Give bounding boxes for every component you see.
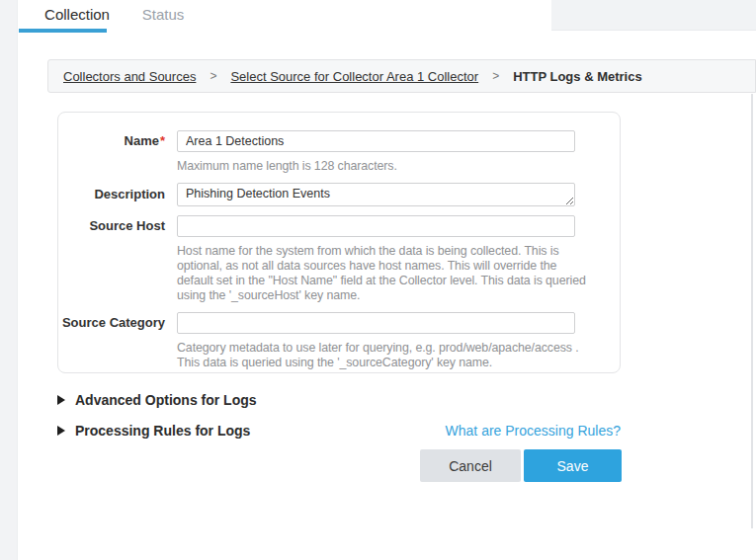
page-left-gutter	[0, 0, 18, 560]
breadcrumb-collectors-and-sources[interactable]: Collectors and Sources	[63, 69, 196, 84]
what-are-processing-rules-link[interactable]: What are Processing Rules?	[446, 423, 621, 439]
chevron-right-icon	[57, 395, 65, 405]
breadcrumb-separator: >	[210, 69, 216, 83]
name-label: Name*	[58, 133, 165, 148]
source-category-input[interactable]	[177, 312, 575, 334]
name-input[interactable]	[177, 130, 575, 152]
name-help-text: Maximum name length is 128 characters.	[177, 159, 596, 174]
breadcrumb-current-page: HTTP Logs & Metrics	[513, 69, 642, 84]
page: Collection Status Collectors and Sources…	[0, 0, 756, 560]
page-background-topright	[551, 0, 756, 31]
description-label: Description	[58, 187, 165, 201]
source-host-input[interactable]	[177, 215, 575, 237]
breadcrumb: Collectors and Sources > Select Source f…	[47, 59, 756, 93]
processing-rules-label: Processing Rules for Logs	[75, 423, 250, 439]
tab-collection[interactable]: Collection	[33, 6, 122, 23]
breadcrumb-separator: >	[492, 69, 499, 83]
cancel-button[interactable]: Cancel	[420, 449, 521, 482]
source-category-help-text: Category metadata to use later for query…	[177, 341, 596, 370]
active-tab-underline	[19, 29, 107, 33]
tab-status[interactable]: Status	[128, 6, 198, 23]
advanced-options-label: Advanced Options for Logs	[75, 392, 257, 408]
description-textarea[interactable]: Phishing Detection Events	[177, 183, 575, 206]
required-asterisk: *	[160, 133, 165, 148]
name-label-text: Name	[125, 133, 159, 148]
breadcrumb-select-source[interactable]: Select Source for Collector Area 1 Colle…	[230, 69, 478, 84]
source-category-label: Source Category	[58, 315, 165, 330]
processing-rules-section-toggle[interactable]: Processing Rules for Logs	[57, 423, 250, 439]
source-host-help-text: Host name for the system from which the …	[177, 244, 596, 303]
scrollbar-track[interactable]	[751, 94, 753, 528]
save-button[interactable]: Save	[524, 449, 622, 482]
chevron-right-icon	[57, 426, 65, 436]
advanced-options-section-toggle[interactable]: Advanced Options for Logs	[57, 392, 257, 408]
source-host-label: Source Host	[58, 218, 165, 233]
source-config-form: Name* Maximum name length is 128 charact…	[57, 112, 621, 373]
